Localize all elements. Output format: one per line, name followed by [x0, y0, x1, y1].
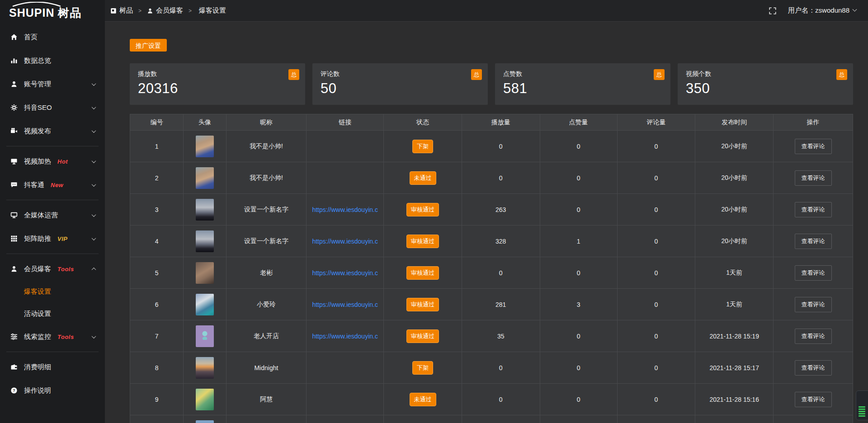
comments-value: 0 — [655, 364, 658, 371]
profile-link[interactable]: https://www.iesdouyin.c — [307, 269, 383, 277]
view-comments-button[interactable]: 查看评论 — [795, 297, 832, 312]
sidebar-item-consume-detail[interactable]: 消费明细 — [0, 355, 105, 379]
cell — [184, 194, 226, 226]
cell: 0 — [617, 226, 695, 257]
sidebar-item-video-publish[interactable]: 视频发布 — [0, 119, 105, 143]
row-id: 2 — [155, 174, 159, 182]
cell: 8 — [130, 352, 184, 384]
cell — [774, 415, 853, 423]
time-value: 1天前 — [726, 269, 742, 276]
chat-icon — [10, 181, 18, 189]
avatar — [196, 262, 214, 284]
table-row: 2我不是小帅!未通过00020小时前查看评论 — [130, 162, 853, 194]
logo-brand-cn: 树品 — [57, 6, 82, 19]
breadcrumb-home[interactable]: 树品 — [110, 6, 133, 15]
logo[interactable]: SHUPIN树品 — [0, 0, 105, 21]
avatar — [196, 294, 214, 315]
sidebar-item-operation-guide[interactable]: ?操作说明 — [0, 379, 105, 402]
view-comments-button[interactable]: 查看评论 — [795, 392, 832, 407]
sidebar-item-activity-settings[interactable]: 活动设置 — [0, 303, 105, 325]
cell: 我不是小帅! — [226, 131, 306, 162]
sidebar-item-matrix-boost[interactable]: 矩阵助推VIP — [0, 227, 105, 250]
status-badge[interactable]: 审核通过 — [406, 266, 439, 280]
cell: 20小时前 — [695, 226, 774, 257]
cell: 2 — [130, 162, 184, 194]
sidebar-item-baoke-settings[interactable]: 爆客设置 — [0, 281, 105, 303]
cell: 6 — [130, 289, 184, 320]
sidebar-item-douyin-seo[interactable]: 抖音SEO — [0, 96, 105, 119]
stat-value: 20316 — [138, 80, 297, 97]
video-table-wrap: 编号头像昵称链接状态播放量点赞量评论量发布时间操作 1我不是小帅!下架00020… — [130, 114, 853, 423]
nickname: 小爱玲 — [257, 301, 276, 308]
sidebar: SHUPIN树品 首页数据总览账号管理抖音SEO视频发布视频加热Hot抖客通Ne… — [0, 0, 105, 423]
signal-bar — [859, 415, 865, 417]
user-menu[interactable]: 用户名：zswodun88 — [788, 6, 856, 15]
sidebar-item-account-management[interactable]: 账号管理 — [0, 72, 105, 96]
view-comments-button[interactable]: 查看评论 — [795, 139, 832, 154]
promotion-settings-button[interactable]: 推广设置 — [130, 39, 167, 52]
table-header-row: 编号头像昵称链接状态播放量点赞量评论量发布时间操作 — [130, 114, 853, 131]
column-header: 发布时间 — [695, 114, 774, 131]
floating-service-widget[interactable] — [856, 390, 868, 420]
time-value: 20小时前 — [721, 237, 747, 244]
profile-link[interactable]: https://www.iesdouyin.c — [307, 206, 383, 213]
cell: 阿慧 — [226, 384, 306, 415]
cell — [184, 384, 226, 415]
chevron-down-icon — [92, 81, 96, 86]
view-comments-button[interactable]: 查看评论 — [795, 234, 832, 249]
sidebar-item-douketong[interactable]: 抖客通New — [0, 173, 105, 197]
status-badge[interactable]: 未通过 — [410, 171, 436, 185]
status-badge[interactable]: 下架 — [412, 140, 433, 153]
cell: 查看评论 — [774, 131, 853, 162]
cell: 审核通过 — [384, 257, 462, 289]
user-icon — [147, 8, 153, 14]
column-header: 点赞量 — [540, 114, 617, 131]
sidebar-item-omni-media[interactable]: 全媒体运营 — [0, 203, 105, 227]
chevron-down-icon — [92, 334, 96, 338]
cell: 4 — [130, 226, 184, 257]
sidebar-item-label: 抖音SEO — [24, 103, 52, 112]
view-comments-button[interactable]: 查看评论 — [795, 170, 832, 186]
likes-value: 0 — [577, 143, 580, 150]
plays-value: 0 — [499, 174, 503, 182]
fullscreen-icon — [769, 7, 777, 15]
view-comments-button[interactable]: 查看评论 — [795, 329, 832, 344]
status-badge[interactable]: 审核通过 — [406, 235, 439, 248]
breadcrumb-section[interactable]: 会员爆客 — [147, 6, 183, 15]
cell: 下架 — [384, 352, 462, 384]
view-comments-button[interactable]: 查看评论 — [795, 202, 832, 217]
sidebar-item-video-heating[interactable]: 视频加热Hot — [0, 150, 105, 173]
cell: 0 — [462, 257, 540, 289]
view-comments-button[interactable]: 查看评论 — [795, 360, 832, 376]
cell: 查看评论 — [774, 257, 853, 289]
sidebar-item-clue-monitor[interactable]: 线索监控Tools — [0, 325, 105, 348]
chevron-down-icon — [92, 182, 96, 187]
cell: 20小时前 — [695, 162, 774, 194]
row-id: 9 — [155, 396, 159, 403]
view-comments-button[interactable]: 查看评论 — [795, 265, 832, 281]
cell: 小爱玲 — [226, 289, 306, 320]
stat-value: 350 — [686, 80, 845, 97]
fullscreen-button[interactable] — [768, 6, 777, 15]
cell: 0 — [617, 384, 695, 415]
status-badge[interactable]: 下架 — [412, 361, 433, 375]
cell: 0 — [617, 131, 695, 162]
profile-link[interactable]: https://www.iesdouyin.c — [307, 238, 383, 245]
sidebar-item-data-overview[interactable]: 数据总览 — [0, 49, 105, 72]
video-table: 编号头像昵称链接状态播放量点赞量评论量发布时间操作 1我不是小帅!下架00020… — [130, 114, 853, 423]
plays-value: 0 — [499, 143, 503, 150]
sliders-icon — [10, 333, 18, 341]
cell: 0 — [617, 289, 695, 320]
status-badge[interactable]: 未通过 — [410, 393, 436, 406]
sidebar-subitem-label: 爆客设置 — [24, 287, 51, 296]
column-header: 状态 — [384, 114, 462, 131]
sidebar-item-home[interactable]: 首页 — [0, 25, 105, 49]
status-badge[interactable]: 审核通过 — [406, 298, 439, 311]
profile-link[interactable]: https://www.iesdouyin.c — [307, 333, 383, 340]
status-badge[interactable]: 审核通过 — [406, 203, 439, 216]
column-header: 播放量 — [462, 114, 540, 131]
status-badge[interactable]: 审核通过 — [406, 329, 439, 343]
profile-link[interactable]: https://www.iesdouyin.c — [307, 301, 383, 308]
comments-value: 0 — [655, 269, 658, 277]
sidebar-item-member-baoke[interactable]: 会员爆客Tools — [0, 257, 105, 281]
